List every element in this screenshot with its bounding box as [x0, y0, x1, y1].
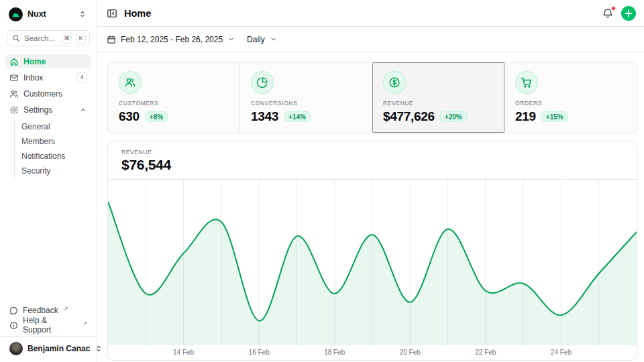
collapse-sidebar-button[interactable]	[105, 7, 119, 20]
plus-icon	[625, 9, 633, 17]
stat-card-revenue[interactable]: REVENUE $477,626 +20%	[372, 62, 504, 133]
users-icon	[124, 76, 136, 88]
external-link-arrow-icon: ↗	[83, 320, 87, 326]
filters-toolbar: Feb 12, 2025 - Feb 26, 2025 Daily	[97, 27, 644, 52]
page-title: Home	[124, 8, 151, 19]
sidebar-item-members[interactable]: Members	[15, 135, 91, 148]
inbox-count-badge: 4	[76, 72, 87, 82]
app-window: Nuxt Search... ⌘ K Home Inbox 4 Cust	[0, 0, 644, 362]
delta-badge: +14%	[284, 111, 311, 122]
search-icon	[12, 34, 20, 42]
workspace-switcher[interactable]: Nuxt	[5, 6, 91, 22]
settings-gear-icon	[9, 105, 19, 115]
stat-card-customers[interactable]: CUSTOMERS 630 +8%	[108, 62, 240, 133]
chart-metric-value: $76,544	[121, 157, 623, 173]
sidebar-item-security[interactable]: Security	[15, 164, 91, 178]
x-tick-label: 22 Feb	[475, 349, 496, 356]
info-circle-icon	[9, 321, 18, 330]
user-name: Benjamin Canac	[28, 344, 90, 353]
delta-badge: +8%	[145, 111, 168, 122]
sidebar-item-customers[interactable]: Customers	[5, 86, 91, 101]
chart-metric-label: REVENUE	[121, 149, 623, 156]
x-tick-label: 20 Feb	[400, 349, 421, 356]
top-header: Home	[97, 0, 644, 27]
stats-row: CUSTOMERS 630 +8% CONVERSIONS 1343 +14%	[107, 62, 637, 133]
chevron-down-icon	[227, 36, 235, 43]
panel-left-close-icon	[107, 8, 117, 19]
sidebar-item-inbox[interactable]: Inbox 4	[5, 70, 91, 84]
user-avatar	[9, 342, 23, 355]
chart-x-axis: 14 Feb16 Feb18 Feb20 Feb22 Feb24 Feb	[108, 345, 637, 361]
x-tick-label: 14 Feb	[173, 349, 194, 356]
main-area: Home Feb 12, 2025 - Feb 26, 2025	[97, 0, 644, 362]
notification-dot	[611, 6, 616, 11]
add-button[interactable]	[621, 6, 636, 21]
chevron-down-icon	[270, 36, 277, 43]
dashboard-content: CUSTOMERS 630 +8% CONVERSIONS 1343 +14%	[97, 52, 644, 362]
chart-pie-icon	[256, 76, 268, 88]
delta-badge: +20%	[440, 111, 467, 122]
settings-children: General Members Notifications Security	[14, 120, 91, 178]
revenue-chart-plot[interactable]: 14 Feb16 Feb18 Feb20 Feb22 Feb24 Feb	[108, 180, 637, 360]
workspace-name: Nuxt	[28, 9, 72, 19]
x-tick-label: 24 Feb	[551, 349, 572, 356]
nuxt-logo-icon	[9, 7, 23, 21]
inbox-icon	[9, 73, 19, 82]
notifications-button[interactable]	[601, 7, 614, 20]
date-range-label: Feb 12, 2025 - Feb 26, 2025	[121, 35, 223, 44]
circle-dollar-icon	[388, 76, 400, 88]
calendar-icon	[107, 35, 116, 44]
revenue-chart-card: REVENUE $76,544 14 Feb16 Feb18 Feb20 Feb…	[107, 141, 637, 361]
sidebar-spacer	[5, 178, 91, 304]
workspace-chevrons-up-down-icon[interactable]	[77, 9, 88, 19]
sidebar-item-settings[interactable]: Settings	[5, 103, 91, 117]
help-support-link[interactable]: Help & Support↗	[5, 318, 91, 332]
x-tick-label: 16 Feb	[249, 349, 270, 356]
sidebar-item-notifications[interactable]: Notifications	[15, 149, 91, 163]
revenue-chart-svg	[108, 180, 637, 345]
sidebar-footer-links: Feedback↗ Help & Support↗	[5, 304, 91, 336]
kbd-meta: ⌘	[62, 34, 72, 44]
sidebar-nav: Home Inbox 4 Customers Settings General	[5, 54, 91, 178]
stat-card-conversions[interactable]: CONVERSIONS 1343 +14%	[240, 62, 372, 133]
feedback-link[interactable]: Feedback↗	[5, 304, 91, 317]
shopping-cart-icon	[521, 76, 533, 88]
message-circle-icon	[9, 306, 18, 315]
sidebar: Nuxt Search... ⌘ K Home Inbox 4 Cust	[0, 0, 97, 362]
stat-card-orders[interactable]: ORDERS 219 +15%	[504, 62, 637, 133]
external-link-arrow-icon: ↗	[64, 306, 68, 312]
user-menu[interactable]: Benjamin Canac	[0, 336, 97, 358]
sidebar-item-home[interactable]: Home	[5, 54, 91, 68]
interval-select[interactable]: Daily	[247, 35, 277, 44]
users-icon	[9, 89, 19, 99]
search-input[interactable]: Search... ⌘ K	[7, 30, 90, 46]
search-placeholder: Search...	[24, 34, 58, 42]
interval-label: Daily	[247, 35, 265, 44]
revenue-chart-header: REVENUE $76,544	[108, 141, 637, 180]
delta-badge: +15%	[541, 111, 568, 122]
kbd-k: K	[76, 34, 86, 44]
date-range-picker[interactable]: Feb 12, 2025 - Feb 26, 2025	[107, 35, 235, 44]
house-icon	[9, 57, 19, 66]
x-tick-label: 18 Feb	[324, 349, 345, 356]
sidebar-item-general[interactable]: General	[15, 120, 91, 133]
chevron-up-icon	[79, 106, 87, 114]
